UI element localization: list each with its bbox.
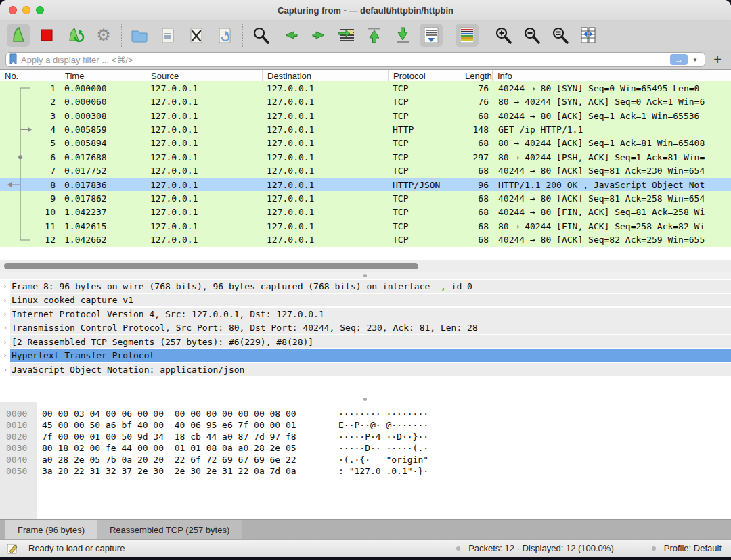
hex-ascii: ·(.·{· "origin"	[338, 454, 428, 465]
hex-line[interactable]: 003080 18 02 00 fe 44 00 00 01 01 08 0a …	[0, 442, 731, 454]
hex-line[interactable]: 0040a0 28 2e 05 7b 0a 20 20 22 6f 72 69 …	[0, 454, 731, 465]
detail-row[interactable]: ›JavaScript Object Notation: application…	[0, 363, 731, 377]
packet-row[interactable]: 20.000060127.0.0.1127.0.0.1TCP7680 → 402…	[0, 95, 731, 108]
packet-row[interactable]: 40.005859127.0.0.1127.0.0.1HTTP148GET /i…	[0, 122, 731, 136]
expand-chevron-icon[interactable]: ›	[0, 337, 10, 346]
main-toolbar: ⚙	[0, 20, 731, 50]
detail-row[interactable]: ›[2 Reassembled TCP Segments (257 bytes)…	[0, 335, 731, 349]
find-packet-icon[interactable]	[249, 24, 272, 47]
expand-chevron-icon[interactable]: ›	[0, 282, 10, 291]
packet-row[interactable]: 121.042662127.0.0.1127.0.0.1TCP6840244 →…	[0, 233, 731, 246]
hex-offset: 0040	[6, 454, 27, 465]
expand-chevron-icon[interactable]: ›	[0, 365, 10, 374]
close-window-button[interactable]	[9, 6, 17, 14]
capture-options-icon[interactable]: ⚙	[92, 24, 115, 47]
packet-row[interactable]: 90.017862127.0.0.1127.0.0.1TCP6840244 → …	[0, 191, 731, 205]
packet-row[interactable]: 101.042237127.0.0.1127.0.0.1TCP6840244 →…	[0, 206, 731, 219]
packet-cell-len: 68	[460, 166, 492, 176]
detail-row-text: [2 Reassembled TCP Segments (257 bytes):…	[10, 335, 731, 348]
packet-row[interactable]: 60.017688127.0.0.1127.0.0.1TCP29780 → 40…	[0, 150, 731, 164]
packet-cell-src: 127.0.0.1	[146, 180, 262, 190]
packet-cell-len: 68	[460, 138, 492, 148]
packet-row[interactable]: 10.000000127.0.0.1127.0.0.1TCP7640244 → …	[0, 81, 731, 95]
packet-row[interactable]: 111.042615127.0.0.1127.0.0.1TCP6880 → 40…	[0, 219, 731, 233]
status-separator-dot	[456, 546, 460, 551]
hex-line[interactable]: 00503a 20 22 31 32 37 2e 30 2e 30 2e 31 …	[0, 465, 731, 477]
detail-row[interactable]: ›Frame 8: 96 bytes on wire (768 bits), 9…	[0, 279, 731, 294]
resize-columns-icon[interactable]	[577, 24, 600, 47]
apply-filter-button[interactable]: →	[670, 54, 688, 65]
go-last-packet-icon[interactable]	[391, 24, 414, 47]
minimize-window-button[interactable]	[22, 6, 30, 14]
column-header-destination[interactable]: Destination	[262, 70, 388, 81]
detail-row-text: Transmission Control Protocol, Src Port:…	[10, 321, 731, 334]
column-header-length[interactable]: Length	[460, 70, 492, 81]
packet-list-hscrollbar[interactable]	[0, 260, 731, 272]
detail-row[interactable]: ›Internet Protocol Version 4, Src: 127.0…	[0, 307, 731, 321]
packet-details-pane: ›Frame 8: 96 bytes on wire (768 bits), 9…	[0, 279, 731, 396]
auto-scroll-icon[interactable]	[420, 24, 443, 47]
packet-cell-time: 0.000060	[60, 97, 146, 107]
packet-cell-info: 40244 → 80 [ACK] Seq=1 Ack=1 Win=65536	[492, 111, 731, 121]
column-header-no[interactable]: No.	[0, 70, 60, 81]
packet-cell-info: 80 → 40244 [ACK] Seq=1 Ack=81 Win=65408	[492, 138, 731, 148]
packet-row[interactable]: 50.005894127.0.0.1127.0.0.1TCP6880 → 402…	[0, 137, 731, 150]
close-file-icon[interactable]	[185, 24, 208, 47]
column-header-protocol[interactable]: Protocol	[388, 70, 460, 81]
pane-splitter[interactable]	[0, 272, 731, 279]
go-previous-packet-icon[interactable]	[278, 24, 301, 47]
zoom-out-icon[interactable]	[520, 24, 543, 47]
packet-cell-src: 127.0.0.1	[146, 193, 262, 204]
filter-bookmark-icon[interactable]	[9, 53, 18, 66]
stop-capture-icon[interactable]	[35, 24, 58, 47]
zoom-reset-icon[interactable]	[548, 24, 571, 47]
column-header-info[interactable]: Info	[492, 70, 731, 81]
start-capture-icon[interactable]	[7, 24, 30, 47]
byte-view-tab[interactable]: Frame (96 bytes)	[5, 520, 97, 539]
expand-chevron-icon[interactable]: ›	[0, 296, 10, 304]
reload-file-icon[interactable]	[213, 24, 236, 47]
packet-row[interactable]: 30.000308127.0.0.1127.0.0.1TCP6840244 → …	[0, 109, 731, 122]
save-file-icon[interactable]	[156, 24, 179, 47]
title-bar[interactable]: Capturing from - — default/httpbin/httpb…	[0, 0, 731, 20]
status-bar: Ready to load or capture Packets: 12 · D…	[0, 539, 731, 557]
column-header-source[interactable]: Source	[146, 70, 262, 81]
packet-cell-src: 127.0.0.1	[146, 124, 262, 135]
open-file-icon[interactable]	[128, 24, 151, 47]
expand-chevron-icon[interactable]: ›	[0, 310, 10, 319]
detail-row[interactable]: ›Hypertext Transfer Protocol	[0, 349, 731, 363]
byte-view-tab[interactable]: Reassembled TCP (257 bytes)	[97, 520, 242, 539]
detail-row-text: JavaScript Object Notation: application/…	[10, 363, 731, 376]
packet-cell-src: 127.0.0.1	[146, 166, 262, 176]
hex-line[interactable]: 001045 00 00 50 a6 bf 40 00 40 06 95 e6 …	[0, 419, 731, 431]
expand-chevron-icon[interactable]: ›	[0, 323, 10, 332]
detail-row[interactable]: ›Transmission Control Protocol, Src Port…	[0, 321, 731, 335]
hscrollbar-thumb[interactable]	[4, 263, 418, 269]
detail-row[interactable]: ›Linux cooked capture v1	[0, 294, 731, 308]
zoom-window-button[interactable]	[36, 6, 44, 14]
zoom-in-icon[interactable]	[491, 24, 514, 47]
expert-info-icon[interactable]	[7, 542, 19, 555]
packet-cell-dst: 127.0.0.1	[262, 221, 388, 231]
packet-cell-len: 76	[460, 83, 492, 93]
status-separator-dot	[652, 546, 656, 551]
filter-dropdown-icon[interactable]: ▼	[692, 57, 698, 63]
packet-list-header[interactable]: No. Time Source Destination Protocol Len…	[0, 70, 731, 81]
hex-line[interactable]: 000000 00 03 04 00 06 00 00 00 00 00 00 …	[0, 408, 731, 419]
profile-label[interactable]: Profile: Default	[664, 543, 722, 553]
display-filter-input[interactable]: Apply a display filter ... <⌘/> → ▼	[5, 52, 705, 67]
expand-chevron-icon[interactable]: ›	[0, 351, 10, 360]
go-next-packet-icon[interactable]	[306, 24, 329, 47]
pane-splitter[interactable]	[0, 396, 731, 402]
packet-row[interactable]: 80.017836127.0.0.1127.0.0.1HTTP/JSON96HT…	[0, 178, 731, 191]
go-to-packet-icon[interactable]	[334, 24, 357, 47]
hex-line[interactable]: 00207f 00 00 01 00 50 9d 34 18 cb 44 a0 …	[0, 431, 731, 442]
packet-cell-dst: 127.0.0.1	[262, 180, 388, 190]
add-filter-button[interactable]: +	[709, 52, 726, 68]
colorize-icon[interactable]	[456, 24, 479, 47]
packet-row[interactable]: 70.017752127.0.0.1127.0.0.1TCP6840244 → …	[0, 164, 731, 177]
restart-capture-icon[interactable]	[64, 24, 87, 47]
go-first-packet-icon[interactable]	[363, 24, 386, 47]
packet-cell-info: GET /ip HTTP/1.1	[492, 124, 731, 135]
column-header-time[interactable]: Time	[60, 70, 146, 81]
